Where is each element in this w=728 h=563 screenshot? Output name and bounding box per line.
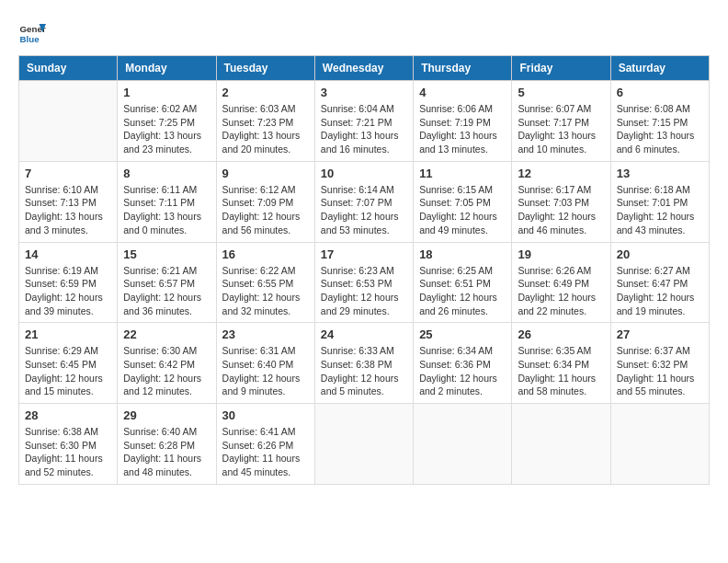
day-info: Sunrise: 6:07 AMSunset: 7:17 PMDaylight:… [518,102,604,156]
week-row-5: 28Sunrise: 6:38 AMSunset: 6:30 PMDayligh… [19,404,710,485]
day-number: 4 [419,86,506,99]
day-number: 17 [321,247,407,261]
day-cell: 29Sunrise: 6:40 AMSunset: 6:28 PMDayligh… [118,404,216,485]
day-number: 16 [222,247,309,261]
weekday-header-saturday: Saturday [610,56,709,81]
weekday-header-row: SundayMondayTuesdayWednesdayThursdayFrid… [19,56,710,81]
day-cell: 5Sunrise: 6:07 AMSunset: 7:17 PMDaylight… [512,81,610,162]
day-info: Sunrise: 6:38 AMSunset: 6:30 PMDaylight:… [25,425,111,479]
day-info: Sunrise: 6:23 AMSunset: 6:53 PMDaylight:… [321,264,407,318]
day-info: Sunrise: 6:06 AMSunset: 7:19 PMDaylight:… [419,102,506,156]
weekday-header-sunday: Sunday [19,56,118,81]
day-number: 18 [419,247,506,261]
weekday-header-wednesday: Wednesday [314,56,413,81]
week-row-3: 14Sunrise: 6:19 AMSunset: 6:59 PMDayligh… [19,242,710,323]
day-cell: 19Sunrise: 6:26 AMSunset: 6:49 PMDayligh… [512,242,610,323]
day-cell: 4Sunrise: 6:06 AMSunset: 7:19 PMDaylight… [414,81,512,162]
day-cell: 23Sunrise: 6:31 AMSunset: 6:40 PMDayligh… [216,323,314,404]
day-number: 7 [25,167,111,180]
page-header: General Blue [18,18,710,46]
day-number: 30 [222,408,309,422]
day-info: Sunrise: 6:08 AMSunset: 7:15 PMDaylight:… [617,102,703,156]
day-info: Sunrise: 6:03 AMSunset: 7:23 PMDaylight:… [222,102,309,156]
day-cell [610,404,709,485]
day-info: Sunrise: 6:40 AMSunset: 6:28 PMDaylight:… [123,425,210,479]
day-cell: 11Sunrise: 6:15 AMSunset: 7:05 PMDayligh… [414,161,512,242]
day-info: Sunrise: 6:18 AMSunset: 7:01 PMDaylight:… [617,183,703,237]
day-info: Sunrise: 6:34 AMSunset: 6:36 PMDaylight:… [419,344,506,398]
day-cell: 15Sunrise: 6:21 AMSunset: 6:57 PMDayligh… [118,242,216,323]
day-cell [314,404,413,485]
day-number: 26 [518,327,604,341]
day-number: 10 [321,167,407,180]
day-number: 8 [123,167,210,180]
day-number: 1 [123,86,210,99]
day-number: 11 [419,167,506,180]
day-cell: 28Sunrise: 6:38 AMSunset: 6:30 PMDayligh… [19,404,118,485]
day-number: 13 [617,167,703,180]
day-number: 28 [25,408,111,422]
day-cell: 6Sunrise: 6:08 AMSunset: 7:15 PMDaylight… [610,81,709,162]
day-cell: 22Sunrise: 6:30 AMSunset: 6:42 PMDayligh… [118,323,216,404]
day-cell: 14Sunrise: 6:19 AMSunset: 6:59 PMDayligh… [19,242,118,323]
day-info: Sunrise: 6:11 AMSunset: 7:11 PMDaylight:… [123,183,210,237]
day-cell: 16Sunrise: 6:22 AMSunset: 6:55 PMDayligh… [216,242,314,323]
day-cell: 17Sunrise: 6:23 AMSunset: 6:53 PMDayligh… [314,242,413,323]
calendar-table: SundayMondayTuesdayWednesdayThursdayFrid… [18,55,710,485]
day-info: Sunrise: 6:27 AMSunset: 6:47 PMDaylight:… [617,264,703,318]
day-number: 20 [617,247,703,261]
day-number: 21 [25,327,111,341]
day-number: 22 [123,327,210,341]
day-info: Sunrise: 6:15 AMSunset: 7:05 PMDaylight:… [419,183,506,237]
day-cell: 12Sunrise: 6:17 AMSunset: 7:03 PMDayligh… [512,161,610,242]
day-number: 24 [321,327,407,341]
day-cell: 20Sunrise: 6:27 AMSunset: 6:47 PMDayligh… [610,242,709,323]
day-cell [512,404,610,485]
day-info: Sunrise: 6:12 AMSunset: 7:09 PMDaylight:… [222,183,309,237]
day-cell: 1Sunrise: 6:02 AMSunset: 7:25 PMDaylight… [118,81,216,162]
day-cell: 9Sunrise: 6:12 AMSunset: 7:09 PMDaylight… [216,161,314,242]
day-number: 25 [419,327,506,341]
day-cell: 8Sunrise: 6:11 AMSunset: 7:11 PMDaylight… [118,161,216,242]
day-cell: 27Sunrise: 6:37 AMSunset: 6:32 PMDayligh… [610,323,709,404]
day-info: Sunrise: 6:29 AMSunset: 6:45 PMDaylight:… [25,344,111,398]
day-info: Sunrise: 6:04 AMSunset: 7:21 PMDaylight:… [321,102,407,156]
day-number: 2 [222,86,309,99]
day-number: 14 [25,247,111,261]
day-info: Sunrise: 6:30 AMSunset: 6:42 PMDaylight:… [123,344,210,398]
week-row-4: 21Sunrise: 6:29 AMSunset: 6:45 PMDayligh… [19,323,710,404]
day-cell: 13Sunrise: 6:18 AMSunset: 7:01 PMDayligh… [610,161,709,242]
day-number: 15 [123,247,210,261]
day-info: Sunrise: 6:25 AMSunset: 6:51 PMDaylight:… [419,264,506,318]
day-info: Sunrise: 6:41 AMSunset: 6:26 PMDaylight:… [222,425,309,479]
day-info: Sunrise: 6:19 AMSunset: 6:59 PMDaylight:… [25,264,111,318]
week-row-2: 7Sunrise: 6:10 AMSunset: 7:13 PMDaylight… [19,161,710,242]
weekday-header-tuesday: Tuesday [216,56,314,81]
day-cell: 10Sunrise: 6:14 AMSunset: 7:07 PMDayligh… [314,161,413,242]
day-number: 19 [518,247,604,261]
day-info: Sunrise: 6:26 AMSunset: 6:49 PMDaylight:… [518,264,604,318]
day-cell: 7Sunrise: 6:10 AMSunset: 7:13 PMDaylight… [19,161,118,242]
day-cell: 30Sunrise: 6:41 AMSunset: 6:26 PMDayligh… [216,404,314,485]
day-number: 6 [617,86,703,99]
day-number: 9 [222,167,309,180]
day-number: 23 [222,327,309,341]
logo: General Blue [18,18,46,46]
day-cell: 26Sunrise: 6:35 AMSunset: 6:34 PMDayligh… [512,323,610,404]
day-cell: 25Sunrise: 6:34 AMSunset: 6:36 PMDayligh… [414,323,512,404]
day-number: 29 [123,408,210,422]
weekday-header-friday: Friday [512,56,610,81]
day-cell [19,81,118,162]
day-number: 27 [617,327,703,341]
day-number: 3 [321,86,407,99]
svg-text:Blue: Blue [20,34,40,44]
day-cell: 21Sunrise: 6:29 AMSunset: 6:45 PMDayligh… [19,323,118,404]
day-cell: 24Sunrise: 6:33 AMSunset: 6:38 PMDayligh… [314,323,413,404]
day-info: Sunrise: 6:21 AMSunset: 6:57 PMDaylight:… [123,264,210,318]
day-number: 5 [518,86,604,99]
week-row-1: 1Sunrise: 6:02 AMSunset: 7:25 PMDaylight… [19,81,710,162]
weekday-header-monday: Monday [118,56,216,81]
day-cell: 18Sunrise: 6:25 AMSunset: 6:51 PMDayligh… [414,242,512,323]
day-info: Sunrise: 6:31 AMSunset: 6:40 PMDaylight:… [222,344,309,398]
day-info: Sunrise: 6:37 AMSunset: 6:32 PMDaylight:… [617,344,703,398]
